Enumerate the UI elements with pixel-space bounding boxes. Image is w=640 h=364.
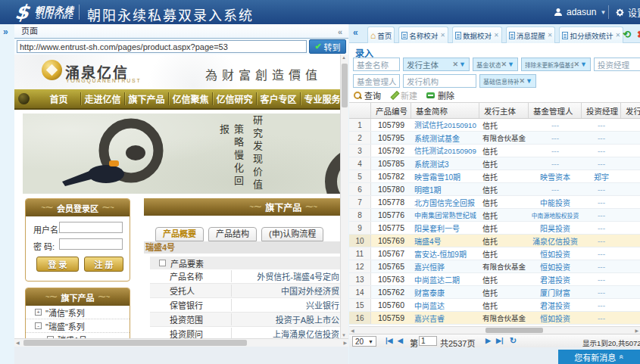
next-page-button[interactable]: ▶ bbox=[485, 337, 491, 344]
register-button[interactable]: 注 册 bbox=[84, 257, 123, 272]
go-button[interactable]: ✔转到 bbox=[309, 39, 346, 54]
grid-row[interactable]: 11105767富安达-恒加9期信托恒如投资---富安达 bbox=[349, 247, 640, 260]
last-page-button[interactable]: ▶| bbox=[496, 337, 503, 344]
site-banner: 研究发现价值 策略慢化回报 bbox=[23, 114, 340, 194]
close-all-icon[interactable]: ✖ bbox=[637, 29, 640, 40]
document-icon bbox=[401, 32, 407, 39]
detail-title: 旗下产品 bbox=[265, 201, 301, 213]
grid-row[interactable]: 10105769瑞盛4号信托涌泉亿信投资---外贸信托 bbox=[349, 235, 640, 247]
username-field[interactable] bbox=[59, 222, 123, 233]
browser-vscrollbar[interactable]: ▲▼ bbox=[340, 54, 348, 338]
browser-hscrollbar[interactable]: ◀▶ bbox=[14, 338, 348, 347]
left-expand-icon[interactable]: » bbox=[3, 26, 8, 37]
dropdown-icon[interactable]: ▼ bbox=[507, 61, 514, 68]
dropdown-icon[interactable]: ▼ bbox=[459, 61, 466, 68]
grid-row[interactable]: 14105762财富泰康信托厦门财富---厦门信托 bbox=[349, 286, 640, 299]
tab-数据校对[interactable]: 数据校对✕ bbox=[452, 26, 502, 43]
action-buttons: 查询 新建 删除 bbox=[354, 89, 454, 101]
site-nav-item[interactable]: 走进亿信 bbox=[81, 92, 125, 105]
column-header-发行主体[interactable]: 发行主体 bbox=[479, 103, 529, 118]
clear-icon[interactable]: ✕ bbox=[501, 61, 507, 68]
first-page-button[interactable]: |◀ bbox=[386, 337, 392, 344]
filter-基金名称[interactable]: 基金名称 bbox=[353, 58, 400, 71]
site-nav-item[interactable]: 旗下产品 bbox=[125, 92, 169, 105]
detail-tab[interactable]: 产品概要 bbox=[155, 227, 204, 241]
close-tab-icon[interactable]: ✕ bbox=[548, 32, 553, 39]
search-button[interactable]: 查询 bbox=[354, 89, 381, 101]
dropdown-icon[interactable]: ▼ bbox=[580, 61, 587, 68]
dropdown-icon[interactable]: ▼ bbox=[526, 77, 532, 85]
page-size-select[interactable]: 20▼ bbox=[352, 336, 376, 347]
column-header-基金管理人[interactable]: 基金管理人 bbox=[529, 103, 582, 118]
filter-基金管理人[interactable]: 基金管理人 bbox=[353, 74, 400, 88]
site-nav-item[interactable]: 首页 bbox=[37, 92, 81, 105]
tree-item[interactable]: -"瑞盛"系列 bbox=[26, 319, 130, 333]
right-collapse-icon[interactable]: « bbox=[353, 27, 358, 38]
document-icon bbox=[509, 32, 515, 39]
prev-page-button[interactable]: ◀ bbox=[398, 337, 403, 344]
grid-row[interactable]: 13105763中尚蓝达二期信托君湛投资---渤海信托 bbox=[349, 273, 640, 286]
tab-首页[interactable]: ⌂首页 bbox=[367, 26, 395, 43]
tab-扣分绩效统计[interactable]: 扣分绩效统计✕ bbox=[559, 26, 623, 43]
password-label: 密 码: bbox=[33, 240, 55, 252]
grid-row[interactable]: 7105778北方国信完全回报信托中能投资---北方信托 bbox=[349, 196, 640, 209]
clear-icon[interactable]: ✕ bbox=[453, 61, 459, 68]
delete-button[interactable]: 删除 bbox=[426, 89, 454, 101]
section-label: 产品要素 bbox=[170, 257, 204, 269]
create-button[interactable]: 新建 bbox=[390, 89, 417, 101]
tab-名称校对[interactable]: 名称校对✕ bbox=[398, 26, 448, 43]
close-tab-icon[interactable]: ✕ bbox=[440, 32, 445, 39]
grid-row[interactable]: 3105792信托测试20150909信托--------- bbox=[349, 145, 640, 157]
grid-row[interactable]: 1105799测试信托20150910信托--------- bbox=[349, 119, 640, 132]
grid-row[interactable]: 15105760中尚蓝达信托君湛投资---渤海信托 bbox=[349, 299, 640, 312]
clear-icon[interactable]: ✕ bbox=[520, 77, 526, 85]
column-header-基金简称[interactable]: 基金简称 bbox=[411, 103, 479, 118]
close-tab-icon[interactable]: ✕ bbox=[494, 32, 499, 39]
grid-row[interactable]: 4105785系统测试3信托------中融 bbox=[349, 157, 640, 170]
gear-icon bbox=[615, 8, 625, 17]
page-input[interactable] bbox=[419, 336, 437, 346]
filter-基金状态[interactable]: 基金状态✕▼ bbox=[473, 58, 518, 71]
site-nav-item[interactable]: 专业服务 bbox=[301, 92, 340, 105]
new-message-button[interactable]: 您有新消息« bbox=[558, 350, 640, 364]
user-menu[interactable]: adasun ▼ bbox=[554, 0, 606, 24]
filter-投资经理[interactable]: 投资经理 bbox=[594, 58, 640, 71]
grid-row[interactable]: 9105775阳昊套利一号信托阳昊投资---北方信托 bbox=[349, 222, 640, 235]
column-header-产品编号[interactable]: 产品编号▼ bbox=[371, 103, 411, 118]
tree-toggle-icon[interactable]: + bbox=[35, 309, 42, 316]
filter-基础信息待补[interactable]: 基础信息待补✕▼ bbox=[479, 74, 536, 88]
banner-calligraphy-1: 研究发现价值 bbox=[250, 115, 264, 192]
grid-row[interactable]: 5105782映雪霜雪10期信托映雪资本郑宇山东信托 bbox=[349, 170, 640, 183]
close-tab-icon[interactable]: ✕ bbox=[615, 32, 620, 39]
grid-row[interactable]: 6105780明暄1期信托------山东信托 bbox=[349, 183, 640, 196]
site-nav-item[interactable]: 亿信聚焦 bbox=[169, 92, 213, 105]
grid-hscrollbar[interactable]: ◀▶ bbox=[349, 326, 640, 334]
grid-row[interactable]: 2105795系统测试基金有限合伙基金------瑞龄 bbox=[349, 132, 640, 145]
left-collapse-icon[interactable]: « bbox=[338, 27, 342, 36]
filter-发行机构[interactable]: 发行机构 bbox=[403, 74, 476, 88]
tree-item[interactable]: -瑞盛1号 bbox=[26, 333, 130, 338]
refresh-icon[interactable]: ⟲ bbox=[623, 29, 631, 40]
password-field[interactable] bbox=[59, 238, 123, 250]
tree-item[interactable]: +"涌信"系列 bbox=[26, 306, 130, 319]
login-button[interactable]: 登 录 bbox=[36, 257, 79, 272]
site-nav-item[interactable]: 客户专区 bbox=[257, 92, 301, 105]
filter-发行主体[interactable]: 发行主体✕▼ bbox=[403, 58, 470, 71]
settings-button[interactable]: 设置 bbox=[615, 0, 640, 24]
checkbox-icon[interactable] bbox=[159, 260, 166, 266]
clear-icon[interactable]: ✕ bbox=[574, 61, 580, 68]
column-header-发行机构[interactable]: 发行机构 bbox=[621, 103, 640, 118]
detail-rows: 产品名称外贸信托-瑞盛4号定向受托人中国对外经济贸保管银行兴业银行投资范围投资于… bbox=[150, 269, 340, 338]
detail-tab[interactable]: 产品结构 bbox=[208, 227, 257, 241]
site-nav-item[interactable]: 亿信研究 bbox=[213, 92, 257, 105]
column-header-投资经理[interactable]: 投资经理 bbox=[582, 103, 621, 118]
grid-row[interactable]: 8105776中南集团常熟世纪城信托中南源地股权投资---爱建信托 bbox=[349, 209, 640, 222]
pager-refresh-icon[interactable]: ↻ bbox=[510, 336, 517, 346]
grid-row[interactable]: 12105765嘉兴恒骅有限合伙基金恒如投资---恒如 bbox=[349, 260, 640, 273]
tab-消息提醒[interactable]: 消息提醒✕ bbox=[506, 26, 556, 43]
url-input[interactable] bbox=[17, 40, 307, 53]
grid-row[interactable]: 16105759嘉兴吉睿有限合伙基金恒如投资---恒如 bbox=[349, 312, 640, 325]
tree-toggle-icon[interactable]: - bbox=[35, 322, 42, 329]
detail-tab[interactable]: (申)认购流程 bbox=[261, 227, 323, 241]
filter-排除未更新净值基金[interactable]: 排除未更新净值基金✕▼ bbox=[521, 58, 591, 71]
